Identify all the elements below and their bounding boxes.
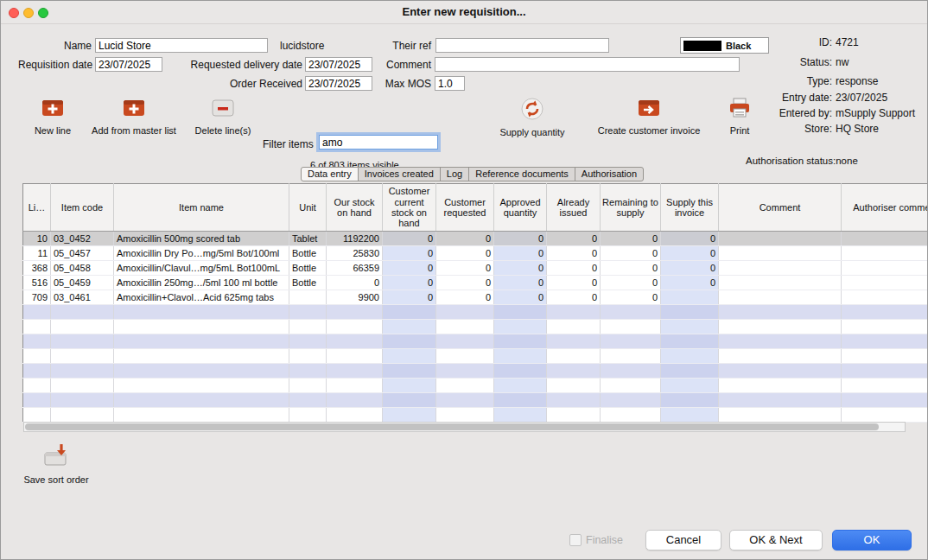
cell[interactable]: 0 <box>601 246 661 261</box>
requested-delivery-date-input[interactable] <box>305 57 372 72</box>
table-row-empty[interactable] <box>23 320 928 334</box>
table-row-empty[interactable] <box>23 334 928 349</box>
cell[interactable]: 25830 <box>327 246 383 261</box>
column-header[interactable]: Customer requested <box>436 184 494 232</box>
cell[interactable]: 0 <box>601 232 661 246</box>
create-customer-invoice-button[interactable]: Create customer invoice <box>594 98 704 143</box>
column-header[interactable]: Already issued <box>547 184 601 232</box>
save-sort-order-button[interactable]: Save sort order <box>20 443 92 485</box>
delete-lines-button[interactable]: Delete line(s) <box>184 98 262 143</box>
cell[interactable]: 03_0461 <box>51 290 114 305</box>
cell[interactable]: 0 <box>661 232 719 246</box>
column-header[interactable]: Customer current stock on hand <box>383 184 436 232</box>
cell[interactable]: 0 <box>601 276 661 290</box>
cell[interactable]: Bottle <box>289 261 327 276</box>
cell[interactable] <box>661 290 719 305</box>
table-row-empty[interactable] <box>23 305 928 320</box>
cell[interactable] <box>719 276 842 290</box>
table-row-empty[interactable] <box>23 364 928 379</box>
cell[interactable]: 516 <box>23 276 51 290</box>
table-row[interactable]: 1105_0457Amoxicillin Dry Po…mg/5ml Bot/1… <box>23 246 928 261</box>
cell[interactable]: Amoxicillin 250mg…/5ml 100 ml bottle <box>114 276 289 290</box>
print-button[interactable]: Print <box>716 98 763 143</box>
cell[interactable]: 0 <box>601 290 661 305</box>
scrollbar-thumb[interactable] <box>25 423 879 430</box>
cell[interactable]: 0 <box>661 246 719 261</box>
cell[interactable]: Bottle <box>289 276 327 290</box>
cell[interactable]: Amoxicillin 500mg scored tab <box>114 232 289 246</box>
cell[interactable]: Tablet <box>289 232 327 246</box>
table-row[interactable]: 51605_0459Amoxicillin 250mg…/5ml 100 ml … <box>23 276 928 290</box>
cell[interactable]: 0 <box>383 246 436 261</box>
order-received-input[interactable] <box>305 76 372 91</box>
table-row-empty[interactable] <box>23 393 928 408</box>
column-header[interactable]: Approved quantity <box>494 184 547 232</box>
cell[interactable] <box>842 276 928 290</box>
new-line-button[interactable]: New line <box>25 98 80 143</box>
table-row-empty[interactable] <box>23 379 928 393</box>
cell[interactable]: 0 <box>547 261 601 276</box>
column-header[interactable]: Unit <box>289 184 327 232</box>
cell[interactable]: 0 <box>494 290 547 305</box>
tab-invoices-created[interactable]: Invoices created <box>358 167 441 181</box>
table-row-empty[interactable] <box>23 349 928 364</box>
cell[interactable]: 0 <box>327 276 383 290</box>
column-header[interactable]: Our stock on hand <box>327 184 383 232</box>
table-row-empty[interactable] <box>23 408 928 423</box>
cell[interactable]: 0 <box>601 261 661 276</box>
cell[interactable] <box>842 290 928 305</box>
column-header[interactable]: Li… <box>23 184 51 232</box>
ok-button[interactable]: OK <box>832 530 912 550</box>
cell[interactable] <box>719 246 842 261</box>
cell[interactable]: 0 <box>494 232 547 246</box>
table-row[interactable]: 70903_0461Amoxicillin+Clavol…Acid 625mg … <box>23 290 928 305</box>
colour-select[interactable]: Black <box>680 37 769 54</box>
cell[interactable]: 0 <box>436 246 494 261</box>
comment-input[interactable] <box>435 57 740 72</box>
column-header[interactable]: Item code <box>51 184 114 232</box>
table-row[interactable]: 1003_0452Amoxicillin 500mg scored tabTab… <box>23 232 928 246</box>
cell[interactable]: Bottle <box>289 246 327 261</box>
cell[interactable]: 0 <box>547 276 601 290</box>
cell[interactable]: 0 <box>436 290 494 305</box>
finalise-checkbox[interactable] <box>569 534 582 546</box>
cell[interactable] <box>842 261 928 276</box>
cell[interactable]: 0 <box>547 290 601 305</box>
column-header[interactable]: Authoriser comment <box>842 184 928 232</box>
cell[interactable]: 368 <box>23 261 51 276</box>
tab-log[interactable]: Log <box>440 167 469 181</box>
cell[interactable]: 05_0457 <box>51 246 114 261</box>
cell[interactable]: Amoxicillin/Clavul…mg/5mL Bot100mL <box>114 261 289 276</box>
cell[interactable]: 9900 <box>327 290 383 305</box>
cell[interactable] <box>842 232 928 246</box>
cancel-button[interactable]: Cancel <box>645 530 721 550</box>
cell[interactable]: 03_0452 <box>51 232 114 246</box>
cell[interactable]: Amoxicillin Dry Po…mg/5ml Bot/100ml <box>114 246 289 261</box>
cell[interactable]: 05_0458 <box>51 261 114 276</box>
cell[interactable] <box>719 290 842 305</box>
table-row[interactable]: 36805_0458Amoxicillin/Clavul…mg/5mL Bot1… <box>23 261 928 276</box>
column-header[interactable]: Remaining to supply <box>601 184 661 232</box>
cell[interactable]: 0 <box>494 246 547 261</box>
their-ref-input[interactable] <box>435 38 609 53</box>
cell[interactable]: 0 <box>661 276 719 290</box>
column-header[interactable]: Item name <box>114 184 289 232</box>
tab-reference-documents[interactable]: Reference documents <box>468 167 575 181</box>
cell[interactable] <box>289 290 327 305</box>
cell[interactable]: 05_0459 <box>51 276 114 290</box>
cell[interactable]: 0 <box>436 276 494 290</box>
cell[interactable] <box>719 261 842 276</box>
cell[interactable]: 0 <box>383 232 436 246</box>
cell[interactable]: 0 <box>436 261 494 276</box>
max-mos-input[interactable] <box>435 76 465 91</box>
cell[interactable]: 709 <box>23 290 51 305</box>
cell[interactable]: 0 <box>383 276 436 290</box>
cell[interactable]: 0 <box>547 232 601 246</box>
filter-items-input[interactable] <box>319 135 438 150</box>
cell[interactable] <box>719 232 842 246</box>
cell[interactable]: 10 <box>23 232 51 246</box>
cell[interactable]: 0 <box>661 261 719 276</box>
name-input[interactable] <box>95 38 268 53</box>
cell[interactable]: 0 <box>494 276 547 290</box>
cell[interactable]: 0 <box>383 290 436 305</box>
